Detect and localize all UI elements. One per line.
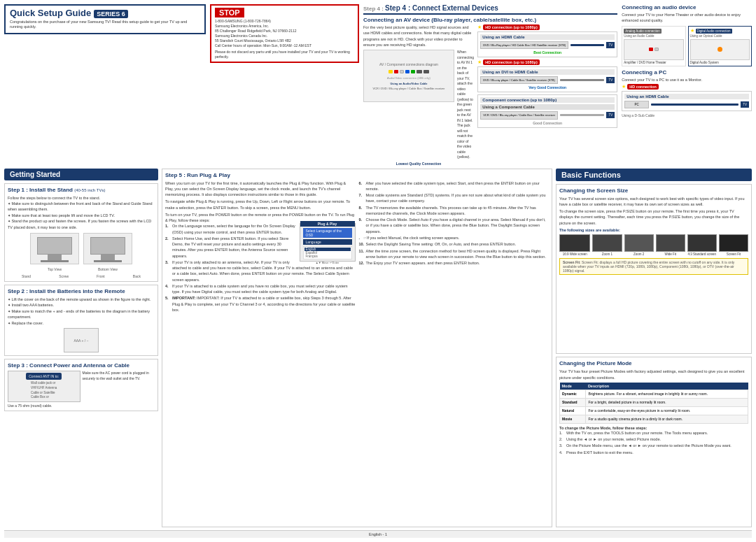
step3-section: Step 3 : Connect Power and Antenna or Ca… [4,359,158,411]
tv-2: TV [606,77,615,83]
pc-connection: Using an HDMI Cable PC TV [622,91,752,111]
av-body: For the very best picture quality, selec… [363,24,474,48]
quick-setup-sub: Congratulations on the purchase of your … [10,20,200,29]
analog-diagram [624,39,683,60]
picture-mode-steps: With the TV on, press the TOOLS button o… [559,430,748,455]
audio-body: Connect your TV to your Home Theater or … [622,12,752,24]
page: Quick Setup Guide SERIES 6 Congratulatio… [0,0,756,542]
step5-nav: To navigate while Plug & Play is running… [165,199,356,211]
thumb-wide: 16:9 Wide screen [559,234,590,256]
av-quality: Lowest Quality Connection [363,162,474,166]
header-row: Quick Setup Guide SERIES 6 Congratulatio… [4,4,752,166]
stop-content: 1-800-SAMSUNG (1-800-726-7864) Samsung E… [215,19,354,59]
av-diagram: AV / Component connections diagram [363,50,454,102]
picture-mode-section: Changing the Picture Mode Your TV has fo… [556,357,752,527]
footer: English - 1 [4,530,752,538]
hd-conn-visual-2: DVD / Blu-ray player / Cable Box / Satel… [480,76,615,84]
hd-star-1: ★ [477,24,482,30]
right-connections: ★ HD connection (up to 1080p) Using an H… [477,24,617,166]
hdmi-cable-1 [570,44,604,46]
device-2: DVD / Blu-ray player / Cable Box / Satel… [480,76,558,84]
right-column: Basic Functions Changing the Screen Size… [556,169,752,528]
component-cable [560,114,604,116]
basic-functions-label: Basic Functions [556,169,752,181]
step3-content: Connect ANT IN to: Wall cable jack or VH… [8,371,155,408]
left-column: Getting Started Step 1 : Install the Sta… [4,169,158,528]
hd-label-2: HD connection (up to 1080p) [483,59,540,65]
hd-connection-1: Using an HDMI Cable DVD / Blu-Ray player… [477,31,617,57]
step1-section: Step 1 : Install the Stand (40-55 inch T… [4,183,158,282]
screen-widefit [656,234,685,252]
step5-content: When you turn on your TV for the first t… [165,180,549,314]
thumb-zoom2: Zoom 2 [624,234,654,256]
tv-3: TV [606,112,615,118]
step2-body: Lift the cover on the back of the remote… [8,297,155,326]
step5-left: When you turn on your TV for the first t… [165,180,356,314]
series-badge: SERIES 6 [94,10,128,18]
middle-column: Step 5 : Run Plug & Play When you turn o… [162,169,552,528]
pc-device: PC [624,101,649,108]
table-row: Movie For a studio quality cinema pictur… [560,415,748,423]
power-note: Make sure the AC power cord is plugged i… [83,371,155,408]
hd-connection-2: Using an DVI to HDMI Cable DVD / Blu-ray… [477,66,617,92]
step1-diagram: Top View Bottom View [8,233,155,271]
stop-label: STOP [215,8,244,17]
cable-note: Use a 75 ohm (round) cable. [8,404,80,408]
step5-right: After you have selected the cable system… [359,180,550,314]
step1-title: Step 1 : Install the Stand (40-55 inch T… [8,187,155,193]
tv-pc: TV [741,101,749,108]
step5-section: Step 5 : Run Plug & Play When you turn o… [162,169,552,528]
stop-box: STOP 1-800-SAMSUNG (1-800-726-7864) Sams… [210,4,359,63]
screen-zoom2 [624,234,654,252]
tv-1: TV [606,42,615,48]
ant-items: Wall cable jack or VHF/UHF Antenna Cable… [31,381,57,400]
step4-area-header: Step 4 : Step 4 : Connect External Devic… [363,4,617,166]
screen-fit-note: Screen Fit: Screen Fit: displays a full … [559,258,748,275]
step2-section: Step 2 : Install the Batteries into the … [4,285,158,356]
step2-title: Step 2 : Install the Batteries into the … [8,288,155,294]
step1-body: Follow the steps below to connect the TV… [8,195,155,230]
dvi-cable [560,79,605,81]
digital-diagram [690,39,750,60]
av-section: Connecting an AV device (Blu-ray player,… [363,17,617,166]
screen-43 [687,234,717,252]
pc-visual: PC TV [624,101,749,108]
component-visual: VCR / DVD / Blu-ray player / Cable Box /… [480,111,615,119]
power-diagram: Connect ANT IN to: Wall cable jack or VH… [8,371,80,402]
ant-box: Connect ANT IN to: [26,373,62,380]
mode-table: Mode Description Dynamic Brightens pictu… [559,383,748,424]
screen-thumbs: 16:9 Wide screen Zoom 1 Zoom 2 Wide Fit [559,234,748,256]
step5-steps-cont: After you have selected the cable system… [359,180,550,266]
screen-size-body1: Your TV has several screen size options,… [559,196,748,208]
main-content: Getting Started Step 1 : Install the Sta… [4,169,752,528]
screen-size-section: Changing the Screen Size Your TV has sev… [556,184,752,355]
screen-zoom1 [592,234,622,252]
component-device: VCR / DVD / Blu-ray player / Cable Box /… [480,111,558,119]
screen-fit [719,234,748,252]
digital-audio: ★ Digital Audio connection Using an Opti… [688,26,752,66]
thumb-zoom1: Zoom 1 [592,234,622,256]
av-title: Connecting an AV device (Blu-ray player,… [363,17,617,23]
step5-steps: On the Language screen, select the langu… [165,223,356,313]
analog-audio: Analog Audio connection Using an Audio C… [622,26,685,66]
audio-connections: Analog Audio connection Using an Audio C… [622,26,752,66]
hd-star-2: ★ [477,59,482,65]
stand-labels: Stand Screw Front Back [8,274,155,278]
getting-started-label: Getting Started [4,169,158,180]
thumb-screenfit: Screen Fit [719,234,748,256]
pc-body: Connect your TV to a PC to use it as a M… [622,77,752,83]
pc-hd-badge: ★ HD connection [622,84,752,90]
step5-intro: When you turn on your TV for the first t… [165,180,356,198]
quick-setup-title: Quick Setup Guide SERIES 6 [10,8,200,18]
sizes-label: The following sizes are available: [559,228,748,232]
av-note: When connecting to AV IN 1 on the back o… [457,50,474,160]
picture-mode-title: Changing the Picture Mode [559,360,748,366]
component-connection: Component connection (up to 1080p) Using… [477,94,617,127]
screen-size-title: Changing the Screen Size [559,187,748,194]
pc-title: Connecting a PC [622,69,752,76]
pc-note: Using a D-Sub Cable [622,113,752,117]
step4-title: Step 4 : Step 4 : Connect External Devic… [363,4,617,15]
device-1: DVD / Blu-Ray player / HD Cable Box / HD… [480,41,568,49]
step3-body: Connect ANT IN to: Wall cable jack or VH… [8,371,80,408]
stand-diagram-2 [83,233,132,264]
